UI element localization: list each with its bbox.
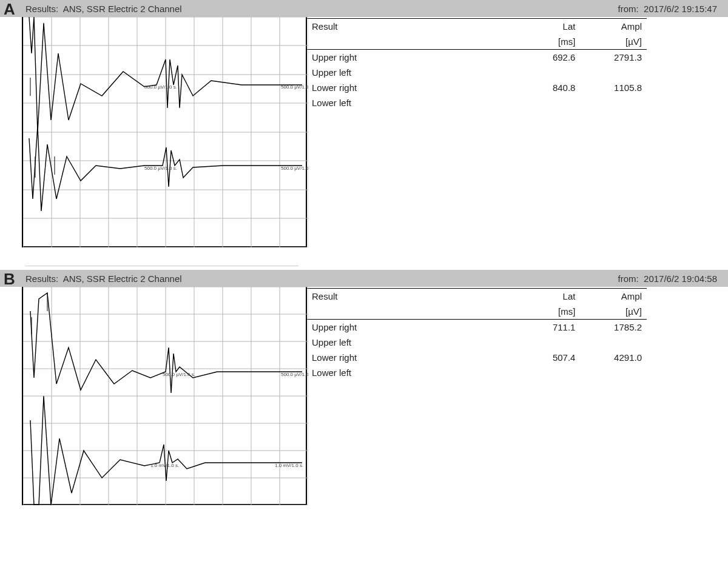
cell-ampl: 4291.0: [580, 350, 647, 365]
header-right-b: from: 2017/6/2 19:04:58: [618, 274, 717, 284]
table-wrap-a: Result Lat Ampl [ms] [µV] Upper right 69…: [307, 17, 728, 110]
th-ampl-b: Ampl: [580, 289, 647, 304]
scale-a-bot-right: 500.0 µV/1.0 s.: [281, 166, 308, 171]
th-ampl-a: Ampl: [580, 19, 647, 35]
scale-b-top-right: 500.0 µV/1.0 s.: [281, 372, 308, 377]
panel-label-b: B: [4, 270, 15, 289]
scale-b-bot-right: 1.0 mV/1.0 s.: [275, 463, 303, 468]
th-unit-ampl-a: [µV]: [580, 34, 647, 50]
header-bar-a: Results: ANS, SSR Electric 2 Channel fro…: [0, 0, 728, 17]
table-row: Lower left: [307, 365, 647, 380]
content-row-a: 500.0 µV/1.0 s. 500.0 µV/1.0 s. 500.0 µV…: [0, 17, 728, 247]
header-bar-b: Results: ANS, SSR Electric 2 Channel fro…: [0, 270, 728, 287]
th-result-b: Result: [307, 289, 514, 304]
cell-lat: 692.6: [514, 50, 581, 65]
cell-name: Upper left: [307, 65, 514, 80]
scale-a-top-right: 500.0 µV/1.0 s.: [281, 84, 308, 90]
cell-ampl: 2791.3: [580, 50, 647, 65]
table-row: Upper right 711.1 1785.2: [307, 320, 647, 335]
cell-name: Lower right: [307, 350, 514, 365]
th-lat-b: Lat: [514, 289, 581, 304]
table-row: Upper left: [307, 65, 647, 80]
table-row: Lower left: [307, 95, 647, 110]
table-row: Upper right 692.6 2791.3: [307, 50, 647, 65]
results-table-a: Result Lat Ampl [ms] [µV] Upper right 69…: [307, 18, 647, 110]
cell-name: Lower left: [307, 95, 514, 110]
cell-lat: [514, 335, 581, 350]
cell-name: Lower left: [307, 365, 514, 380]
header-right-a: from: 2017/6/2 19:15:47: [618, 4, 717, 14]
scale-b-top-mid: 500.0 µV/1.0 s.: [163, 372, 195, 377]
cell-lat: [514, 65, 581, 80]
th-blank-a: [307, 34, 514, 50]
th-unit-lat-a: [ms]: [514, 34, 581, 50]
cell-lat: [514, 95, 581, 110]
content-row-b: 500.0 µV/1.0 s. 500.0 µV/1.0 s. 1.0 mV/1…: [0, 287, 728, 505]
cell-lat: 711.1: [514, 320, 581, 335]
header-left-b: Results: ANS, SSR Electric 2 Channel: [25, 274, 182, 284]
cell-name: Upper left: [307, 335, 514, 350]
table-row: Lower right 840.8 1105.8: [307, 80, 647, 95]
th-unit-ampl-b: [µV]: [580, 304, 647, 320]
th-lat-a: Lat: [514, 19, 581, 35]
th-blank-b: [307, 304, 514, 320]
waveform-svg-b: 500.0 µV/1.0 s. 500.0 µV/1.0 s. 1.0 mV/1…: [23, 287, 308, 505]
scale-a-bot-mid: 500.0 µV/1.0 s.: [144, 166, 177, 171]
cell-lat: 507.4: [514, 350, 581, 365]
cell-ampl: 1105.8: [580, 80, 647, 95]
trace-b-upper: [30, 293, 302, 393]
results-table-b: Result Lat Ampl [ms] [µV] Upper right 71…: [307, 288, 647, 380]
table-row: Lower right 507.4 4291.0: [307, 350, 647, 365]
chart-box-b: 500.0 µV/1.0 s. 500.0 µV/1.0 s. 1.0 mV/1…: [22, 287, 307, 505]
cell-name: Upper right: [307, 320, 514, 335]
table-row: Upper left: [307, 335, 647, 350]
cell-name: Upper right: [307, 50, 514, 65]
cell-name: Lower right: [307, 80, 514, 95]
header-left-a: Results: ANS, SSR Electric 2 Channel: [25, 4, 182, 14]
ticks-b: [32, 293, 47, 334]
waveform-svg-a: 500.0 µV/1.0 s. 500.0 µV/1.0 s. 500.0 µV…: [23, 17, 308, 247]
cell-ampl: [580, 65, 647, 80]
panel-label-a: A: [4, 0, 15, 19]
panel-a: A Results: ANS, SSR Electric 2 Channel f…: [0, 0, 728, 247]
table-wrap-b: Result Lat Ampl [ms] [µV] Upper right 71…: [307, 287, 728, 380]
cell-ampl: [580, 335, 647, 350]
ticks-a: [30, 78, 55, 178]
chart-box-a: 500.0 µV/1.0 s. 500.0 µV/1.0 s. 500.0 µV…: [22, 17, 307, 247]
scale-a-top-mid: 500.0 µV/1.0 s.: [144, 84, 177, 90]
th-result-a: Result: [307, 19, 514, 35]
cell-ampl: [580, 95, 647, 110]
grid-a: [23, 17, 308, 247]
panel-b: B Results: ANS, SSR Electric 2 Channel f…: [0, 270, 728, 505]
th-unit-lat-b: [ms]: [514, 304, 581, 320]
divider: [25, 266, 298, 266]
cell-ampl: [580, 365, 647, 380]
scale-b-bot-mid: 1.0 mV/1.0 s.: [150, 463, 179, 468]
cell-lat: 840.8: [514, 80, 581, 95]
cell-lat: [514, 365, 581, 380]
cell-ampl: 1785.2: [580, 320, 647, 335]
